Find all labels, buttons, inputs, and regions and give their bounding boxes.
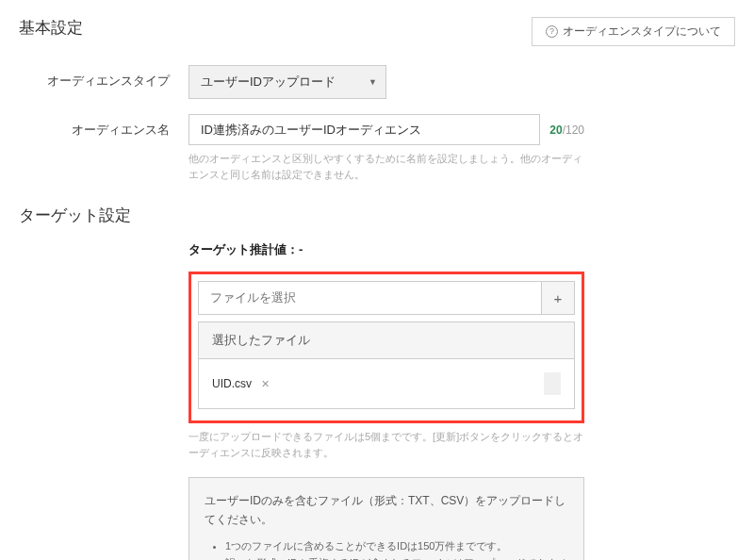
close-icon[interactable]: ✕ <box>261 378 270 390</box>
audience-type-select[interactable]: ユーザーIDアップロード <box>188 65 386 99</box>
file-add-button[interactable]: + <box>541 281 575 315</box>
audience-name-input[interactable] <box>188 114 540 145</box>
info-bullet-2: 誤った形式のIDや重複するIDが含まれるファイルはアップロードできません。 <box>225 554 568 560</box>
audience-name-hint: 他のオーディエンスと区別しやすくするために名前を設定しましょう。他のオーディエン… <box>188 151 584 182</box>
upload-info-box: ユーザーIDのみを含むファイル（形式：TXT、CSV）をアップロードしてください… <box>188 477 584 560</box>
file-upload-highlight-box: ファイルを選択 + 選択したファイル UID.csv ✕ <box>188 272 584 423</box>
audience-type-label: オーディエンスタイプ <box>19 65 188 90</box>
selected-files-box: 選択したファイル UID.csv ✕ <box>198 321 575 409</box>
char-count-max: /120 <box>563 124 584 137</box>
basic-settings-title: 基本設定 <box>19 17 83 39</box>
info-title: ユーザーIDのみを含むファイル（形式：TXT、CSV）をアップロードしてください… <box>205 491 568 530</box>
help-icon: ? <box>546 25 558 38</box>
char-count-current: 20 <box>549 124 562 137</box>
target-estimate: ターゲット推計値：- <box>188 241 584 258</box>
audience-type-help-button[interactable]: ? オーディエンスタイプについて <box>532 17 735 46</box>
file-select-input[interactable]: ファイルを選択 <box>198 281 541 315</box>
char-count: 20/120 <box>549 124 584 137</box>
target-settings-title: ターゲット設定 <box>19 205 735 226</box>
info-bullet-1: 1つのファイルに含めることができるIDは150万件までです。 <box>225 537 568 555</box>
audience-name-label: オーディエンス名 <box>19 114 188 139</box>
file-name: UID.csv <box>212 377 252 390</box>
file-row: UID.csv ✕ <box>199 359 574 408</box>
selected-files-header: 選択したファイル <box>199 322 574 359</box>
file-status-box <box>544 372 561 395</box>
help-button-label: オーディエンスタイプについて <box>563 24 721 40</box>
upload-hint: 一度にアップロードできるファイルは5個までです。[更新]ボタンをクリックするとオ… <box>188 429 584 460</box>
